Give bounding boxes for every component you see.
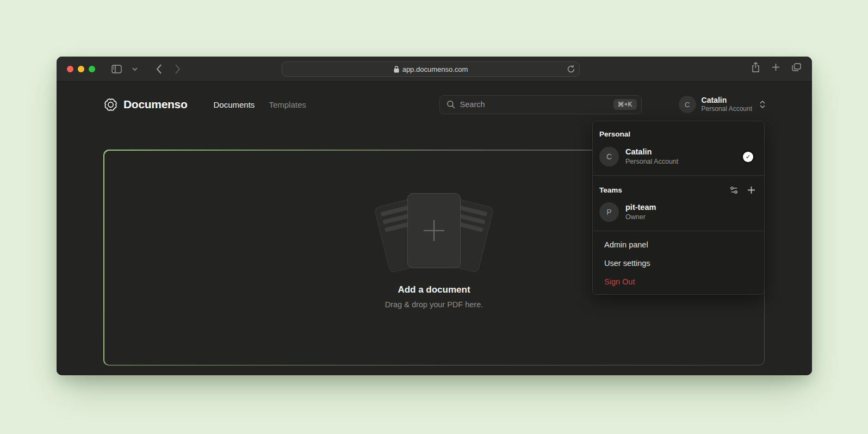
nav-link-documents[interactable]: Documents xyxy=(214,100,255,109)
close-window-button[interactable] xyxy=(67,66,73,72)
user-name: Catalin xyxy=(702,96,752,106)
tab-overview-icon[interactable] xyxy=(792,63,801,71)
documenso-app: Documenso Documents Templates ⌘+K C xyxy=(57,82,812,375)
teams-section-header: Teams xyxy=(599,186,622,194)
team-item[interactable]: P pit-team Owner xyxy=(593,198,764,226)
zoom-window-button[interactable] xyxy=(89,66,95,72)
create-team-icon[interactable] xyxy=(747,186,755,194)
document-stack-icon xyxy=(377,193,491,269)
minimize-window-button[interactable] xyxy=(78,66,84,72)
menu-item-user-settings[interactable]: User settings xyxy=(593,254,764,272)
team-avatar: P xyxy=(599,202,619,222)
team-role: Owner xyxy=(625,213,758,221)
account-dropdown-menu: Personal C Catalin Personal Account ✓ Te… xyxy=(592,121,765,295)
forward-button[interactable] xyxy=(170,62,184,76)
reload-icon[interactable] xyxy=(567,65,575,73)
dropzone-title: Add a document xyxy=(398,284,470,295)
chevron-up-down-icon xyxy=(760,100,765,109)
back-button[interactable] xyxy=(152,62,166,76)
browser-window: app.documenso.com xyxy=(57,57,812,375)
documenso-logo-icon xyxy=(103,97,118,112)
manage-teams-icon[interactable] xyxy=(729,185,739,195)
search-icon xyxy=(447,100,455,109)
menu-separator xyxy=(593,231,764,231)
personal-section-header: Personal xyxy=(593,125,764,142)
brand[interactable]: Documenso xyxy=(103,97,188,112)
personal-account-item[interactable]: C Catalin Personal Account ✓ xyxy=(593,142,764,171)
browser-titlebar: app.documenso.com xyxy=(57,57,812,82)
window-controls xyxy=(67,66,95,72)
chevron-down-icon[interactable] xyxy=(128,62,142,76)
add-document-card xyxy=(407,193,461,268)
menu-item-admin-panel[interactable]: Admin panel xyxy=(593,235,764,254)
sidebar-toggle-icon[interactable] xyxy=(109,62,123,76)
personal-account-name: Catalin xyxy=(625,147,736,157)
menu-item-sign-out[interactable]: Sign Out xyxy=(593,272,764,291)
lock-icon xyxy=(394,66,399,73)
brand-name: Documenso xyxy=(123,98,188,111)
team-name: pit-team xyxy=(625,202,758,213)
selected-check-icon: ✓ xyxy=(743,152,753,162)
search-input[interactable] xyxy=(460,100,609,109)
personal-account-subtitle: Personal Account xyxy=(625,157,736,166)
address-bar[interactable]: app.documenso.com xyxy=(282,61,580,77)
nav-link-templates[interactable]: Templates xyxy=(269,100,306,109)
search-shortcut-badge: ⌘+K xyxy=(613,99,637,110)
user-avatar: C xyxy=(679,96,696,113)
new-tab-icon[interactable] xyxy=(772,63,780,71)
teams-section-header-row: Teams xyxy=(593,180,764,198)
personal-account-avatar: C xyxy=(599,147,619,166)
menu-separator xyxy=(593,175,764,176)
url-text: app.documenso.com xyxy=(402,65,468,73)
search-bar[interactable]: ⌘+K xyxy=(439,95,642,114)
user-subtitle: Personal Account xyxy=(702,105,752,113)
nav-links: Documents Templates xyxy=(214,100,306,109)
plus-icon xyxy=(421,218,447,243)
share-icon[interactable] xyxy=(752,62,760,72)
user-menu-button[interactable]: C Catalin Personal Account xyxy=(679,96,765,114)
dropzone-subtitle: Drag & drop your PDF here. xyxy=(385,300,483,309)
